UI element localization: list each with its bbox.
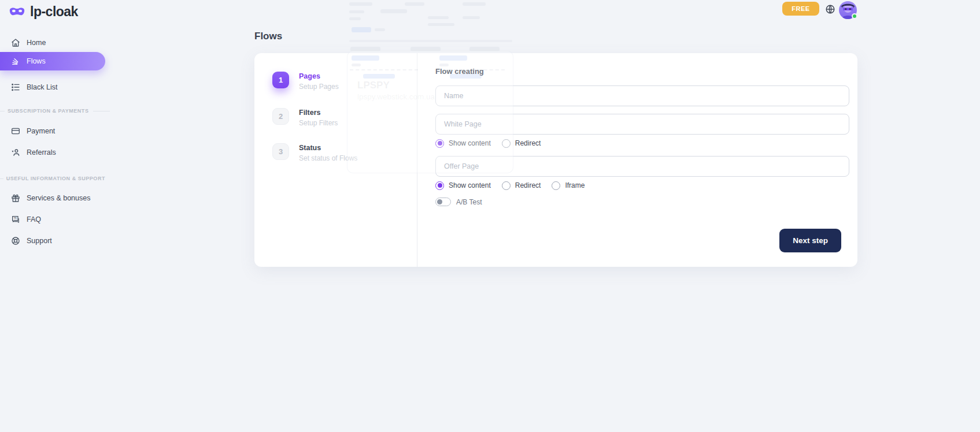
radio-label: Show content: [449, 181, 491, 189]
app-name: lp-cloak: [30, 4, 78, 20]
white-page-redirect-radio[interactable]: Redirect: [502, 139, 541, 148]
sidebar-item-home[interactable]: Home: [0, 34, 105, 51]
step-number: 3: [272, 143, 289, 160]
section-subscription-payments: SUBSCRIPTION & PAYMENTS: [0, 108, 110, 114]
step-subtitle: Setup Filters: [299, 120, 338, 126]
referral-user-icon: [11, 148, 20, 157]
white-page-input[interactable]: [435, 114, 849, 135]
radio-icon: [552, 181, 560, 190]
page-title: Flows: [254, 31, 282, 42]
step-subtitle: Setup Pages: [299, 83, 339, 90]
radio-icon: [502, 181, 511, 190]
online-status-dot: [852, 13, 857, 19]
radio-icon: [435, 181, 444, 190]
section-label-text: SUBSCRIPTION & PAYMENTS: [8, 108, 88, 114]
ab-test-label: A/B Test: [456, 198, 482, 206]
form-title: Flow creating: [435, 67, 484, 76]
next-step-button[interactable]: Next step: [779, 229, 841, 252]
offer-page-show-content-radio[interactable]: Show content: [435, 181, 491, 190]
wizard-stepper: 1 Pages Setup Pages 2 Filters Setup Filt…: [254, 53, 417, 267]
offer-page-input[interactable]: [435, 156, 849, 177]
language-globe-button[interactable]: [825, 4, 835, 14]
sidebar-item-support[interactable]: Support: [0, 232, 105, 249]
radio-icon: [502, 139, 511, 148]
step-number: 2: [272, 108, 289, 125]
user-avatar[interactable]: [839, 1, 857, 19]
sidebar-item-services-bonuses[interactable]: Services & bonuses: [0, 189, 105, 207]
offer-page-mode-group: Show content Redirect Iframe: [435, 181, 585, 190]
step-title: Pages: [299, 73, 339, 80]
sidebar-item-label: Home: [27, 39, 46, 47]
step-pages[interactable]: 1 Pages Setup Pages: [272, 72, 339, 90]
plan-badge[interactable]: FREE: [782, 2, 819, 16]
sidebar-item-label: Black List: [27, 83, 58, 91]
step-title: Filters: [299, 109, 338, 117]
sidebar-item-label: Services & bonuses: [27, 194, 90, 202]
step-title: Status: [299, 144, 357, 152]
radio-icon: [435, 139, 444, 148]
section-label-text: USEFUL INFORMATION & SUPPORT: [6, 176, 105, 181]
sidebar-item-faq[interactable]: ?! FAQ: [0, 211, 105, 228]
flow-creating-form: Flow creating Show content Redirect Show…: [435, 53, 849, 267]
svg-text:?!: ?!: [14, 217, 17, 220]
section-useful-info: USEFUL INFORMATION & SUPPORT: [0, 176, 110, 181]
step-status[interactable]: 3 Status Set status of Flows: [272, 143, 357, 162]
app-logo[interactable]: lp-cloak: [9, 4, 78, 20]
globe-icon: [825, 4, 835, 14]
flows-icon: [11, 57, 20, 66]
radio-label: Show content: [449, 139, 491, 147]
sidebar-item-referrals[interactable]: Referrals: [0, 144, 105, 161]
radio-label: Iframe: [565, 181, 585, 189]
lifebuoy-icon: [11, 236, 20, 245]
sidebar: lp-cloak Home Flows Black List SUBSCRIPT…: [0, 0, 110, 432]
sidebar-item-label: FAQ: [27, 215, 41, 224]
sidebar-item-label: Support: [27, 237, 52, 245]
radio-label: Redirect: [515, 181, 541, 189]
step-number: 1: [272, 72, 289, 88]
sidebar-item-black-list[interactable]: Black List: [0, 79, 105, 96]
sidebar-item-flows[interactable]: Flows: [0, 52, 105, 70]
home-icon: [11, 38, 20, 47]
flow-creating-card: 1 Pages Setup Pages 2 Filters Setup Filt…: [254, 53, 857, 267]
ab-test-toggle-row[interactable]: A/B Test: [435, 198, 482, 206]
credit-card-icon: [11, 126, 20, 136]
step-filters[interactable]: 2 Filters Setup Filters: [272, 108, 338, 126]
radio-label: Redirect: [515, 139, 541, 147]
list-icon: [11, 83, 20, 92]
flow-name-input[interactable]: [435, 85, 849, 106]
offer-page-redirect-radio[interactable]: Redirect: [502, 181, 541, 190]
step-subtitle: Set status of Flows: [299, 155, 357, 162]
mask-icon: [9, 6, 25, 17]
sidebar-item-label: Payment: [27, 127, 55, 135]
gift-icon: [11, 193, 20, 203]
faq-bubble-icon: ?!: [11, 215, 20, 224]
offer-page-iframe-radio[interactable]: Iframe: [552, 181, 585, 190]
white-page-show-content-radio[interactable]: Show content: [435, 139, 491, 148]
sidebar-item-label: Referrals: [27, 148, 56, 157]
sidebar-item-label: Flows: [27, 57, 46, 65]
toggle-off-icon: [435, 198, 451, 206]
sidebar-item-payment[interactable]: Payment: [0, 122, 105, 140]
white-page-mode-group: Show content Redirect: [435, 139, 541, 148]
